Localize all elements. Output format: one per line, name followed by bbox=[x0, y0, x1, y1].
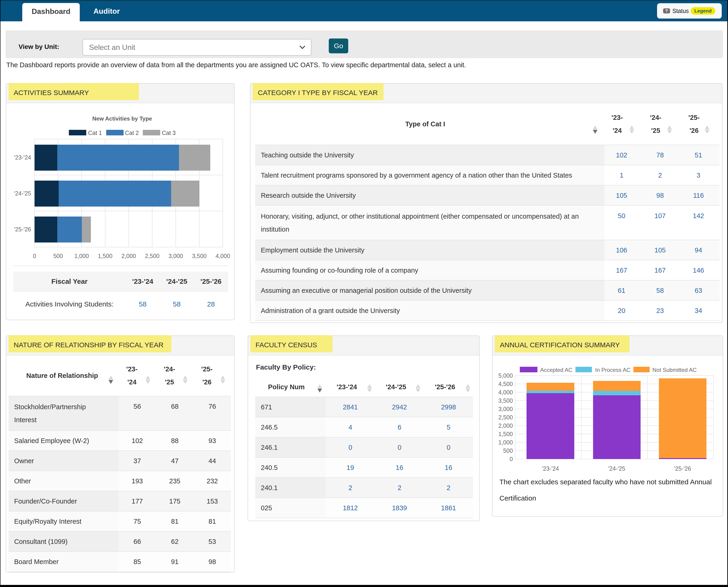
svg-text:500: 500 bbox=[53, 253, 63, 259]
svg-text:2,500: 2,500 bbox=[145, 253, 160, 259]
svg-text:'23-'24: '23-'24 bbox=[14, 154, 31, 161]
svg-text:500: 500 bbox=[503, 447, 513, 454]
svg-text:'24-'25: '24-'25 bbox=[14, 190, 31, 196]
svg-text:1,000: 1,000 bbox=[74, 253, 89, 259]
svg-text:Accepted AC: Accepted AC bbox=[540, 367, 572, 373]
svg-text:'25-'26: '25-'26 bbox=[674, 465, 691, 471]
svg-text:2,500: 2,500 bbox=[498, 414, 513, 421]
svg-text:Cat 2: Cat 2 bbox=[125, 130, 139, 136]
svg-text:Cat 3: Cat 3 bbox=[162, 130, 176, 136]
svg-text:0: 0 bbox=[510, 456, 513, 462]
svg-text:4,000: 4,000 bbox=[216, 253, 230, 259]
svg-text:Not Submitted AC: Not Submitted AC bbox=[652, 367, 697, 373]
svg-text:1,500: 1,500 bbox=[498, 431, 513, 437]
svg-text:1,000: 1,000 bbox=[498, 439, 513, 446]
svg-text:1,500: 1,500 bbox=[98, 253, 113, 259]
svg-text:0: 0 bbox=[33, 253, 36, 259]
svg-text:2,000: 2,000 bbox=[498, 422, 513, 429]
svg-text:4,500: 4,500 bbox=[498, 381, 513, 387]
svg-text:'25-'26: '25-'26 bbox=[14, 226, 31, 233]
svg-text:New Activities by Type: New Activities by Type bbox=[92, 115, 152, 122]
svg-text:3,000: 3,000 bbox=[168, 253, 183, 259]
svg-text:In Process AC: In Process AC bbox=[595, 367, 630, 373]
svg-text:5,000: 5,000 bbox=[498, 372, 513, 379]
svg-text:3,500: 3,500 bbox=[192, 253, 207, 259]
svg-text:3,500: 3,500 bbox=[498, 397, 513, 404]
svg-text:Cat 1: Cat 1 bbox=[88, 130, 102, 136]
svg-text:3,000: 3,000 bbox=[498, 406, 513, 412]
svg-text:2,000: 2,000 bbox=[121, 253, 136, 259]
svg-text:'23-'24: '23-'24 bbox=[542, 465, 559, 471]
svg-text:'24-'25: '24-'25 bbox=[608, 465, 625, 471]
svg-text:4,000: 4,000 bbox=[498, 389, 513, 396]
